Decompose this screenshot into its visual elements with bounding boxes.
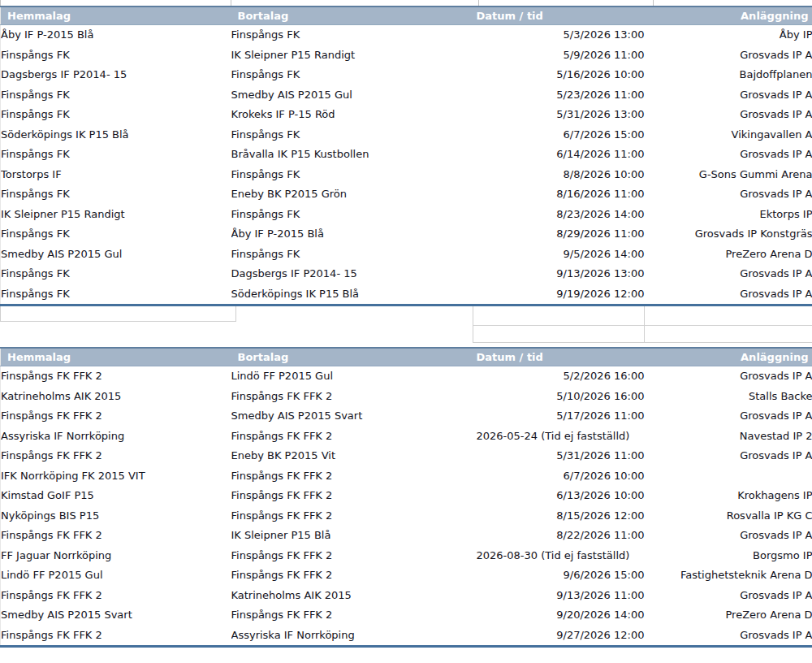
home-team-cell: Nyköpings BIS P15 [1,506,231,526]
match-row: Dagsbergs IF P2014- 15 Finspångs FK 5/16… [1,65,812,85]
datetime-cell: 9/20/2026 14:00 [473,605,645,626]
datetime-cell: 9/13/2026 11:00 [473,586,645,606]
datetime-cell: 5/31/2026 11:00 [473,446,645,466]
grid-line [644,306,645,342]
home-team-cell: Finspångs FK [1,184,231,205]
home-team-cell: Finspångs FK [1,284,231,306]
table-header-row: Hemmalag Bortalag Datum / tid Anläggning [1,348,812,366]
datetime-cell: 8/22/2026 11:00 [473,526,645,546]
home-team-cell: Åby IF P-2015 Blå [1,25,231,46]
grid-tick [653,0,654,6]
away-team-cell: Finspångs FK FFK 2 [231,605,473,626]
datetime-cell: 5/16/2026 10:00 [473,65,645,85]
match-row: FF Jaguar Norrköping Finspångs FK FFK 2 … [1,546,812,566]
away-team-cell: Eneby BK P2015 Vit [231,446,473,466]
home-team-cell: IK Sleipner P15 Randigt [1,205,231,225]
match-row: Finspångs FK FFK 2 IK Sleipner P15 Blå 8… [1,526,812,546]
home-team-cell: Finspångs FK FFK 2 [1,446,231,466]
schedule-table-2: Hemmalag Bortalag Datum / tid Anläggning… [0,347,812,648]
away-team-cell: Krokeks IF P-15 Röd [231,105,473,125]
match-row: Finspångs FK Söderköpings IK P15 Blå 9/1… [1,284,812,306]
home-team-cell: Finspångs FK FFK 2 [1,406,231,427]
column-header-datum-tid: Datum / tid [473,6,645,25]
venue-cell: Rosvalla IP KG C [645,506,812,526]
away-team-cell: IK Sleipner P15 Randigt [231,46,473,66]
datetime-cell: 6/7/2026 15:00 [473,125,645,145]
match-row: Torstorps IF Finspångs FK 8/8/2026 10:00… [1,165,812,185]
datetime-cell: 9/19/2026 12:00 [473,284,645,306]
match-row: Smedby AIS P2015 Svart Finspångs FK FFK … [1,605,812,626]
match-row: Assyriska IF Norrköping Finspångs FK FFK… [1,427,812,447]
match-row: Finspångs FK Dagsbergs IF P2014- 15 9/13… [1,264,812,284]
datetime-cell: 6/13/2026 10:00 [473,486,645,506]
away-team-cell: Finspångs FK [231,165,473,185]
away-team-cell: Finspångs FK [231,25,473,46]
home-team-cell: Finspångs FK [1,105,231,125]
table-header-row: Hemmalag Bortalag Datum / tid Anläggning [1,6,812,25]
away-team-cell: Finspångs FK FFK 2 [231,387,473,407]
match-row: Söderköpings IK P15 Blå Finspångs FK 6/7… [1,125,812,145]
column-header-anlaggning: Anläggning [645,6,812,25]
home-team-cell: Finspångs FK [1,85,231,106]
venue-cell: Grosvads IP A [645,586,812,606]
away-team-cell: Finspångs FK FFK 2 [231,486,473,506]
away-team-cell: Åby IF P-2015 Blå [231,224,473,245]
column-header-datum-tid: Datum / tid [473,348,645,366]
match-row: IFK Norrköping FK 2015 VIT Finspångs FK … [1,466,812,487]
datetime-cell: 8/8/2026 10:00 [473,165,645,185]
match-row: Kimstad GoIF P15 Finspångs FK FFK 2 6/13… [1,486,812,506]
away-team-cell: Smedby AIS P2015 Gul [231,85,473,106]
datetime-cell: 5/31/2026 13:00 [473,105,645,125]
match-row: IK Sleipner P15 Randigt Finspångs FK 8/2… [1,205,812,225]
home-team-cell: IFK Norrköping FK 2015 VIT [1,466,231,487]
venue-cell: Ektorps IP [645,205,812,225]
home-team-cell: Smedby AIS P2015 Gul [1,245,231,265]
home-team-cell: Söderköpings IK P15 Blå [1,125,231,145]
venue-cell: Grosvads IP A [645,264,812,284]
match-row: Finspångs FK IK Sleipner P15 Randigt 5/9… [1,46,812,66]
datetime-cell: 8/16/2026 11:00 [473,184,645,205]
match-row: Åby IF P-2015 Blå Finspångs FK 5/3/2026 … [1,25,812,46]
datetime-cell: 9/27/2026 12:00 [473,626,645,647]
column-header-bortalag: Bortalag [231,348,473,366]
column-header-hemmalag: Hemmalag [1,348,231,366]
away-team-cell: Finspångs FK [231,205,473,225]
column-header-bortalag: Bortalag [231,6,473,25]
match-row: Finspångs FK FFK 2 Lindö FF P2015 Gul 5/… [1,366,812,387]
away-team-cell: Dagsbergs IF P2014- 15 [231,264,473,284]
grid-tick [0,0,1,6]
venue-cell: Grosvads IP A [645,366,812,387]
away-team-cell: Assyriska IF Norrköping [231,626,473,647]
datetime-cell: 2026-05-24 (Tid ej fastställd) [473,427,645,447]
grid-line [0,321,236,322]
match-row: Smedby AIS P2015 Gul Finspångs FK 9/5/20… [1,245,812,265]
home-team-cell: Finspångs FK [1,145,231,165]
datetime-cell: 5/3/2026 13:00 [473,25,645,46]
home-team-cell: Finspångs FK [1,224,231,245]
away-team-cell: Finspångs FK FFK 2 [231,466,473,487]
datetime-cell: 8/23/2026 14:00 [473,205,645,225]
grid-line [0,306,1,321]
venue-cell: Vikingavallen A [645,125,812,145]
venue-cell: Grosvads IP A [645,85,812,106]
grid-line [473,325,812,326]
away-team-cell: Finspångs FK [231,125,473,145]
datetime-cell: 6/7/2026 10:00 [473,466,645,487]
away-team-cell: Smedby AIS P2015 Svart [231,406,473,427]
datetime-cell: 5/2/2026 16:00 [473,366,645,387]
match-row: Finspångs FK Krokeks IF P-15 Röd 5/31/20… [1,105,812,125]
venue-cell: Krokhagens IP [645,486,812,506]
datetime-cell: 8/29/2026 11:00 [473,224,645,245]
match-row: Finspångs FK FFK 2 Assyriska IF Norrköpi… [1,626,812,647]
match-row: Finspångs FK FFK 2 Smedby AIS P2015 Svar… [1,406,812,427]
venue-cell: Grosvads IP A [645,284,812,306]
grid-line [473,306,473,342]
away-team-cell: Finspångs FK FFK 2 [231,566,473,586]
home-team-cell: Finspångs FK FFK 2 [1,626,231,647]
home-team-cell: Finspångs FK [1,264,231,284]
venue-cell: Grosvads IP A [645,406,812,427]
home-team-cell: Assyriska IF Norrköping [1,427,231,447]
home-team-cell: Lindö FF P2015 Gul [1,566,231,586]
home-team-cell: Finspångs FK FFK 2 [1,366,231,387]
datetime-cell: 5/10/2026 16:00 [473,387,645,407]
